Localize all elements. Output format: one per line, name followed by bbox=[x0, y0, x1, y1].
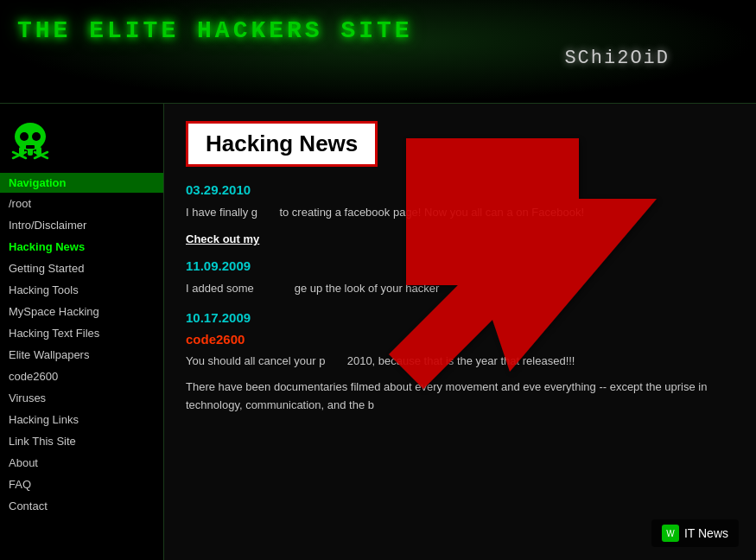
code2600-link[interactable]: code2600 bbox=[186, 332, 245, 347]
svg-point-4 bbox=[20, 132, 29, 141]
sidebar-item-faq[interactable]: FAQ bbox=[0, 474, 163, 495]
sidebar-item-getting-started[interactable]: Getting Started bbox=[0, 258, 163, 279]
svg-rect-6 bbox=[26, 145, 35, 149]
sidebar-item-contact[interactable]: Contact bbox=[0, 495, 163, 517]
wechat-label: IT News bbox=[684, 526, 728, 540]
content-text-1: I have finally g to creating a facebook … bbox=[186, 204, 734, 222]
main-content: Hacking News 03.29.2010 I have finally g… bbox=[164, 104, 756, 560]
sidebar-item-root[interactable]: /root bbox=[0, 193, 163, 214]
sidebar-item-hacking-links[interactable]: Hacking Links bbox=[0, 409, 163, 430]
content-text-2: I added some ge up the look of your hack… bbox=[186, 280, 734, 298]
sidebar: Navigation /root Intro/Disclaimer Hackin… bbox=[0, 104, 164, 560]
date-2: 11.09.2009 bbox=[186, 258, 734, 273]
header-logo: SChi2OiD bbox=[564, 48, 670, 69]
site-header: THE ELITE HACKERS SITE SChi2OiD bbox=[0, 0, 756, 104]
news-section-3: 10.17.2009 code2600 You should all cance… bbox=[186, 310, 734, 415]
svg-point-5 bbox=[32, 132, 41, 141]
date-1: 03.29.2010 bbox=[186, 182, 734, 197]
news-section-2: 11.09.2009 I added some ge up the look o… bbox=[186, 258, 734, 298]
content-text-4: There have been documentaries filmed abo… bbox=[186, 379, 734, 415]
date-3: 10.17.2009 bbox=[186, 310, 734, 325]
skull-icon bbox=[9, 119, 52, 162]
sidebar-item-hacking-tools[interactable]: Hacking Tools bbox=[0, 279, 163, 301]
nav-header: Navigation bbox=[0, 173, 163, 193]
page-title: Hacking News bbox=[186, 121, 378, 167]
sidebar-item-text-files[interactable]: Hacking Text Files bbox=[0, 322, 163, 344]
wechat-badge: W IT News bbox=[651, 519, 739, 547]
sidebar-item-about[interactable]: About bbox=[0, 452, 163, 474]
sidebar-item-wallpapers[interactable]: Elite Wallpapers bbox=[0, 344, 163, 366]
main-layout: Navigation /root Intro/Disclaimer Hackin… bbox=[0, 104, 756, 560]
sidebar-item-code2600[interactable]: code2600 bbox=[0, 366, 163, 387]
sidebar-item-myspace[interactable]: MySpace Hacking bbox=[0, 301, 163, 322]
sidebar-item-hacking-news[interactable]: Hacking News bbox=[0, 236, 163, 258]
sidebar-item-viruses[interactable]: Viruses bbox=[0, 387, 163, 409]
check-out-link[interactable]: Check out my bbox=[186, 232, 259, 245]
content-text-3: You should all cancel your p 2010, becau… bbox=[186, 353, 734, 371]
news-section-1: 03.29.2010 I have finally g to creating … bbox=[186, 182, 734, 246]
site-title: THE ELITE HACKERS SITE bbox=[17, 17, 413, 44]
wechat-icon: W bbox=[662, 525, 679, 542]
sidebar-item-intro[interactable]: Intro/Disclaimer bbox=[0, 214, 163, 236]
sidebar-item-link-this-site[interactable]: Link This Site bbox=[0, 430, 163, 452]
